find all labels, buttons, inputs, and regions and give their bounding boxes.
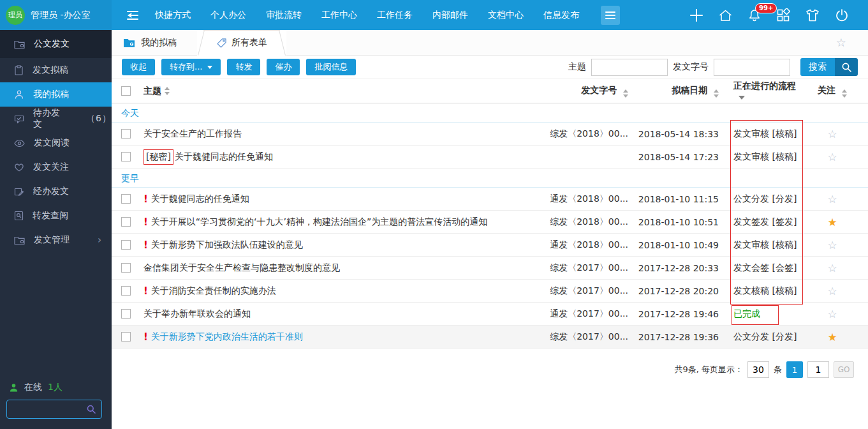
- star-icon[interactable]: ★: [827, 331, 837, 343]
- favorite-star-icon[interactable]: ☆: [836, 36, 846, 49]
- row-checkbox[interactable]: [121, 240, 131, 250]
- user-name: 管理员 -办公室: [31, 10, 91, 21]
- table-row[interactable]: !关于消防安全责任制的实施办法综发〈2017〉00...2017-12-28 2…: [112, 280, 868, 303]
- nav-work-tasks[interactable]: 工作任务: [377, 10, 413, 21]
- star-icon[interactable]: ☆: [827, 262, 837, 275]
- save-to-button[interactable]: 转存到...: [161, 59, 221, 75]
- sidebar-item-zhuanfa-chayue[interactable]: 转发查阅: [0, 204, 112, 228]
- review-info-button[interactable]: 批阅信息: [306, 59, 356, 75]
- header-follow[interactable]: 关注: [807, 85, 858, 98]
- star-icon[interactable]: ★: [827, 216, 837, 229]
- star-icon[interactable]: ☆: [827, 239, 837, 252]
- subject-cell: 关于举办新年联欢会的通知: [143, 308, 539, 320]
- table-row[interactable]: !关于魏健同志的任免通知通发〈2018〉00...2018-01-10 11:1…: [112, 188, 868, 211]
- row-checkbox[interactable]: [121, 332, 131, 342]
- nav-personal-office[interactable]: 个人办公: [210, 10, 246, 21]
- notification-bell-icon[interactable]: 99+: [747, 8, 761, 22]
- add-icon[interactable]: [689, 8, 703, 22]
- search-button[interactable]: 搜索: [800, 58, 858, 76]
- urge-button[interactable]: 催办: [267, 59, 300, 75]
- star-icon[interactable]: ☆: [827, 308, 837, 320]
- row-checkbox[interactable]: [121, 194, 131, 204]
- current-page-button[interactable]: 1: [786, 361, 803, 378]
- table-row[interactable]: !关于开展以“学习贯彻党的‘十九大’精神，构建法治国企”为主题的普法宣传活动的通…: [112, 211, 868, 234]
- star-icon[interactable]: ☆: [827, 193, 837, 206]
- select-all-checkbox[interactable]: [121, 86, 131, 96]
- sidebar-item-fawen-guanzhu[interactable]: 发文关注: [0, 155, 112, 179]
- document-title[interactable]: 关于新形势下加强政法队伍建设的意见: [151, 239, 303, 251]
- document-title[interactable]: 关于开展以“学习贯彻党的‘十九大’精神，构建法治国企”为主题的普法宣传活动的通知: [151, 216, 487, 228]
- document-title[interactable]: 关于举办新年联欢会的通知: [143, 308, 251, 320]
- tab-all-forms[interactable]: 所有表单: [197, 30, 286, 56]
- row-checkbox[interactable]: [121, 286, 131, 296]
- table-row[interactable]: !关于新形势下党内政治生活的若干准则综发〈2017〉00...2017-12-2…: [112, 326, 868, 349]
- sort-icon[interactable]: [165, 87, 170, 95]
- nav-work-center[interactable]: 工作中心: [321, 10, 357, 21]
- header-subject[interactable]: 主题: [143, 86, 539, 97]
- document-title[interactable]: 关于新形势下党内政治生活的若干准则: [151, 331, 303, 343]
- star-icon[interactable]: ☆: [827, 128, 837, 140]
- power-logout-icon[interactable]: [835, 8, 849, 22]
- group-header: 更早: [112, 169, 868, 188]
- doc-number: 通发〈2018〉00...: [539, 239, 635, 251]
- header-docno[interactable]: 发文字号: [539, 85, 635, 98]
- go-button[interactable]: GO: [834, 361, 854, 378]
- table-row[interactable]: !关于新形势下加强政法队伍建设的意见通发〈2018〉00...2018-01-1…: [112, 234, 868, 257]
- header-date[interactable]: 拟稿日期: [635, 85, 724, 98]
- row-checkbox[interactable]: [121, 152, 131, 162]
- sidebar-item-jingban-fawen[interactable]: 经办发文: [0, 179, 112, 204]
- sort-icon[interactable]: [623, 89, 628, 98]
- nav-info-publish[interactable]: 信息发布: [543, 10, 579, 21]
- more-menu-button[interactable]: [601, 6, 620, 25]
- sort-icon[interactable]: [714, 89, 719, 98]
- document-title[interactable]: 关于安全生产的工作报告: [143, 128, 242, 140]
- home-icon[interactable]: [718, 8, 733, 22]
- nav-internal-mail[interactable]: 内部邮件: [432, 10, 468, 21]
- star-icon[interactable]: ☆: [827, 151, 837, 163]
- document-title[interactable]: 金信集团关于安全生产检查与隐患整改制度的意见: [143, 262, 340, 274]
- row-checkbox[interactable]: [121, 217, 131, 227]
- avatar[interactable]: 理员: [6, 6, 25, 25]
- header-process[interactable]: 正在进行的流程: [724, 80, 807, 102]
- row-checkbox[interactable]: [121, 309, 131, 319]
- sidebar-collapse-icon[interactable]: [126, 9, 140, 22]
- page-number-input[interactable]: [807, 361, 829, 378]
- page-size-input[interactable]: [747, 361, 769, 378]
- nav-shortcuts[interactable]: 快捷方式: [155, 10, 191, 21]
- clipboard-icon: [14, 65, 24, 75]
- document-title[interactable]: 关于消防安全责任制的实施办法: [151, 285, 276, 297]
- table-row[interactable]: 金信集团关于安全生产检查与隐患整改制度的意见综发〈2017〉00...2017-…: [112, 257, 868, 280]
- filter-caret-icon[interactable]: [739, 96, 745, 100]
- tab-label: 所有表单: [232, 37, 267, 49]
- sidebar-item-daiban-fawen[interactable]: 待办发文 （6）: [0, 107, 112, 131]
- sidebar-item-fawen-yuedu[interactable]: 发文阅读: [0, 131, 112, 155]
- sort-icon[interactable]: [842, 89, 847, 98]
- subject-input[interactable]: [591, 59, 668, 76]
- todo-count-badge: （6）: [86, 113, 112, 124]
- subject-cell: [秘密]关于魏健同志的任免通知: [143, 149, 539, 165]
- sidebar-item-fawen-guanli[interactable]: 发文管理 ›: [0, 228, 112, 252]
- sidebar-item-wode-nigao[interactable]: 我的拟稿: [0, 82, 112, 107]
- collapse-button[interactable]: 收起: [122, 59, 155, 75]
- document-title[interactable]: 关于魏健同志的任免通知: [151, 193, 249, 205]
- row-checkbox[interactable]: [121, 263, 131, 273]
- sidebar-search-input[interactable]: [7, 401, 86, 418]
- nav-approval-flow[interactable]: 审批流转: [266, 10, 302, 21]
- apps-grid-icon[interactable]: [776, 8, 790, 22]
- nav-document-center[interactable]: 文档中心: [488, 10, 524, 21]
- table-row[interactable]: [秘密]关于魏健同志的任免通知2018-05-14 17:23发文审核 [核稿]…: [112, 146, 868, 169]
- sidebar-item-gongwen-fawen[interactable]: 公文发文: [0, 30, 112, 58]
- search-icon[interactable]: [86, 404, 96, 414]
- online-count: 1人: [48, 382, 63, 393]
- forward-button[interactable]: 转发: [227, 59, 260, 75]
- theme-tshirt-icon[interactable]: [805, 8, 820, 22]
- document-title[interactable]: 关于魏健同志的任免通知: [175, 151, 273, 163]
- star-icon[interactable]: ☆: [827, 285, 837, 297]
- draft-date: 2018-01-10 10:49: [635, 240, 724, 250]
- table-row[interactable]: 关于举办新年联欢会的通知通发〈2017〉00...2017-12-28 19:4…: [112, 303, 868, 326]
- table-row[interactable]: 关于安全生产的工作报告综发〈2018〉00...2018-05-14 18:33…: [112, 123, 868, 146]
- row-checkbox[interactable]: [121, 129, 131, 139]
- docno-input[interactable]: [714, 59, 790, 76]
- draft-date: 2017-12-28 20:20: [635, 286, 724, 296]
- sidebar-item-fawen-nigao[interactable]: 发文拟稿: [0, 58, 112, 82]
